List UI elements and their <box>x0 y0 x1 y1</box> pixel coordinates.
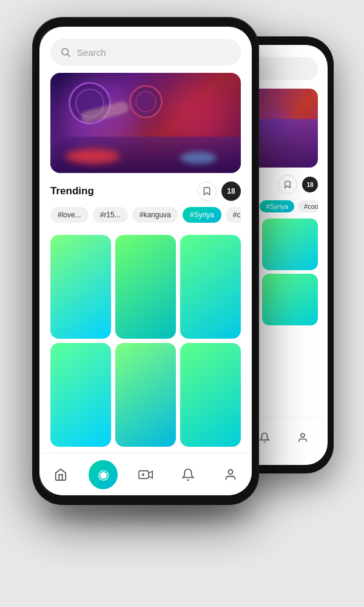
turntable-inner-2 <box>135 91 157 112</box>
back-profile-icon <box>297 432 308 443</box>
front-grid-item-6[interactable] <box>180 343 241 447</box>
back-tag-syriya[interactable]: #Syriya <box>260 200 294 212</box>
phone-front-screen: Search <box>39 27 252 495</box>
front-bookmark-button[interactable] <box>197 181 217 201</box>
front-trending-row: Trending 18 <box>50 181 241 201</box>
scene: Search Trending <box>0 0 364 607</box>
front-search-area: Search <box>39 27 252 73</box>
turntable-2 <box>129 85 163 118</box>
svg-point-11 <box>228 469 232 473</box>
front-grid-item-1[interactable] <box>50 235 111 339</box>
back-count-badge: 18 <box>302 177 318 192</box>
hero-red-glow <box>66 149 120 164</box>
front-bookmark-icon <box>202 186 212 196</box>
back-grid-item[interactable] <box>262 219 318 270</box>
front-nav-profile[interactable] <box>216 460 245 489</box>
back-trending-actions: 18 <box>278 175 318 194</box>
front-search-placeholder: Search <box>77 47 106 58</box>
svg-point-5 <box>301 433 305 437</box>
front-nav-notifications[interactable] <box>174 460 203 489</box>
front-tag-syriya[interactable]: #Syriya <box>183 207 221 223</box>
back-bookmark-button[interactable] <box>278 175 297 194</box>
back-bookmark-icon <box>283 180 292 189</box>
front-tags-row: #love... #r15... #kanguva #Syriya #cool <box>50 207 241 223</box>
front-tag-love[interactable]: #love... <box>50 207 89 223</box>
front-hero-image <box>50 73 241 173</box>
front-tag-r15[interactable]: #r15... <box>93 207 128 223</box>
front-bottom-nav: ◉ <box>39 453 252 495</box>
front-nav-home[interactable] <box>46 460 75 489</box>
front-nav-discover[interactable]: ◉ <box>89 460 118 489</box>
front-trending-section: Trending 18 #love... <box>39 181 252 223</box>
back-nav-profile[interactable] <box>288 423 317 452</box>
front-home-icon <box>54 468 67 481</box>
hero-blue-glow <box>180 152 217 164</box>
front-grid-item-3[interactable] <box>180 235 241 339</box>
back-grid-item[interactable] <box>262 274 318 325</box>
trending-actions: 18 <box>197 181 241 201</box>
front-count-badge: 18 <box>221 181 241 201</box>
front-tag-cool[interactable]: #cool <box>226 207 241 223</box>
front-grid-item-2[interactable] <box>115 235 176 339</box>
front-tag-kanguva[interactable]: #kanguva <box>132 207 178 223</box>
front-profile-icon <box>224 468 237 481</box>
phone-front: Search <box>33 18 258 504</box>
front-search-icon <box>60 47 71 58</box>
front-bell-icon <box>181 468 195 481</box>
front-grid-item-4[interactable] <box>50 343 111 447</box>
front-discover-icon: ◉ <box>98 467 109 483</box>
front-grid-item-5[interactable] <box>115 343 176 447</box>
back-tag-cool[interactable]: #cool <box>298 200 318 212</box>
front-content-grid <box>39 229 252 453</box>
front-nav-add-video[interactable] <box>131 460 160 489</box>
svg-point-6 <box>62 49 69 55</box>
front-search-bar[interactable]: Search <box>50 39 241 66</box>
front-add-video-icon <box>138 469 153 481</box>
back-bell-icon <box>259 432 270 443</box>
svg-line-7 <box>67 54 70 56</box>
front-trending-label: Trending <box>50 185 94 197</box>
